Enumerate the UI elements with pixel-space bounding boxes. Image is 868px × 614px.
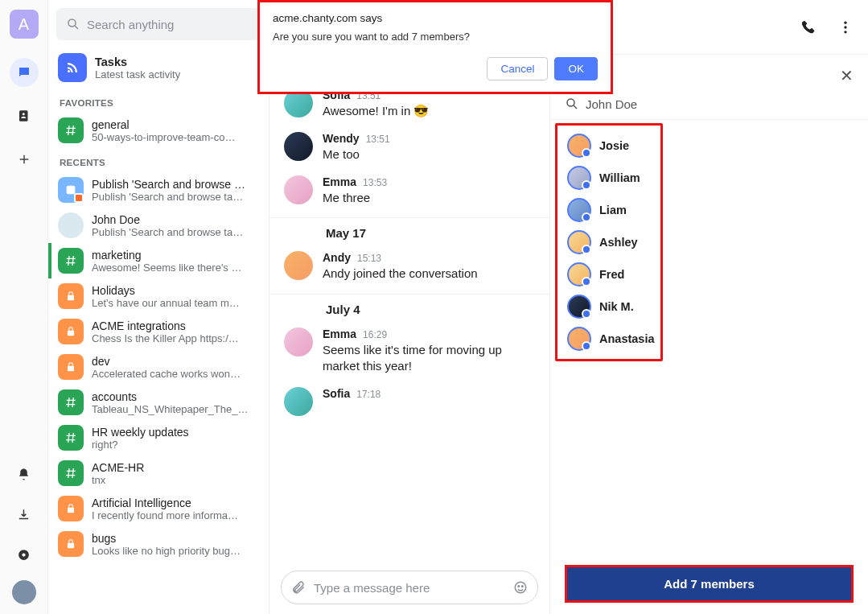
phone-icon[interactable] (800, 19, 817, 35)
item-subtitle: Let's have our annual team m… (92, 297, 259, 309)
member-item[interactable]: Liam (566, 196, 652, 224)
check-icon (582, 245, 591, 254)
member-name: William (599, 171, 640, 184)
svg-rect-9 (68, 366, 74, 371)
sender-name: Sofia (323, 387, 350, 400)
svg-point-1 (22, 113, 24, 115)
chat-message: Wendy13:51Me too (269, 126, 549, 169)
check-icon (582, 277, 591, 286)
message-time: 13:51 (366, 134, 390, 145)
search-input[interactable]: Search anything (56, 8, 261, 40)
member-item[interactable]: Josie (566, 132, 652, 159)
chat-message: Emma16:29Seems like it's time for moving… (269, 321, 549, 381)
member-avatar (567, 262, 591, 286)
member-avatar (567, 134, 591, 158)
recents-header: RECENTS (48, 148, 269, 172)
sidebar-item[interactable]: accountsTableau_NS_Whitepaper_The_… (48, 385, 269, 420)
help-icon[interactable] (10, 540, 39, 569)
message-time: 13:53 (363, 177, 387, 188)
channel-icon (58, 389, 84, 415)
check-icon (582, 148, 591, 158)
chat-message: Sofia17:18 (269, 381, 549, 422)
confirm-dialog: acme.chanty.com says Are you sure you wa… (257, 0, 613, 94)
svg-point-12 (515, 582, 526, 593)
sidebar-item[interactable]: bugsLooks like no high priority bug… (48, 526, 269, 562)
svg-point-17 (844, 31, 846, 33)
tasks-subtitle: Latest task activity (95, 68, 180, 80)
member-avatar (567, 327, 591, 351)
chat-message: Andy15:13Andy joined the conversation (269, 245, 549, 288)
item-title: Artificial Intelligence (92, 497, 259, 509)
more-icon[interactable] (837, 19, 854, 35)
sidebar-item[interactable]: HolidaysLet's have our annual team m… (48, 278, 269, 314)
member-item[interactable]: William (566, 164, 652, 192)
attachment-icon[interactable] (291, 580, 306, 595)
channel-icon (58, 319, 84, 344)
sidebar: Search anything Tasks Latest task activi… (48, 0, 269, 614)
sidebar-item[interactable]: general50-ways-to-improve-team-co… (48, 113, 269, 148)
emoji-icon[interactable] (513, 580, 528, 595)
svg-point-18 (567, 99, 574, 106)
message-avatar (284, 251, 313, 280)
message-time: 15:13 (357, 253, 381, 264)
download-icon[interactable] (10, 500, 39, 529)
cancel-button[interactable]: Cancel (487, 57, 548, 80)
avatar-icon (58, 212, 84, 238)
sidebar-item[interactable]: marketingAwesome! Seems like there's … (48, 243, 269, 278)
close-icon[interactable]: ✕ (840, 66, 854, 85)
sender-name: Wendy (323, 132, 360, 145)
channel-icon (58, 248, 84, 274)
item-title: ACME-HR (92, 461, 259, 474)
item-subtitle: 50-ways-to-improve-team-co… (92, 131, 259, 143)
workspace-avatar[interactable]: A (10, 10, 39, 39)
item-title: John Doe (92, 213, 259, 226)
user-avatar[interactable] (12, 580, 36, 604)
item-title: Holidays (92, 284, 259, 297)
sender-name: Andy (323, 251, 351, 264)
item-subtitle: I recently found more informa… (92, 509, 259, 521)
item-subtitle: Chess Is the Killer App https:/… (92, 332, 259, 344)
channel-icon (58, 283, 84, 309)
svg-point-16 (844, 26, 846, 28)
sidebar-item[interactable]: ACME integrationsChess Is the Killer App… (48, 314, 269, 349)
message-time: 16:29 (363, 329, 387, 340)
channel-icon (58, 425, 84, 451)
message-body: Awesome! I'm in 😎 (323, 103, 535, 119)
svg-rect-8 (68, 331, 74, 336)
tasks-item[interactable]: Tasks Latest task activity (48, 47, 269, 89)
members-list: JosieWilliamLiamAshleyFredNik M.Anastasi… (555, 123, 663, 361)
sidebar-item[interactable]: Publish 'Search and browse …Publish 'Sea… (48, 172, 269, 208)
channel-icon (58, 117, 84, 143)
message-body: Seems like it's time for moving up marke… (323, 342, 535, 375)
member-item[interactable]: Ashley (566, 229, 652, 256)
sidebar-item[interactable]: John DoePublish 'Search and browse ta… (48, 208, 269, 243)
lock-badge (74, 193, 84, 203)
messages-icon[interactable] (10, 58, 39, 87)
item-subtitle: Publish 'Search and browse ta… (92, 191, 259, 203)
member-item[interactable]: Fred (566, 261, 652, 288)
sidebar-item[interactable]: Artificial IntelligenceI recently found … (48, 491, 269, 526)
svg-point-13 (518, 586, 520, 587)
search-icon (66, 17, 80, 31)
dialog-title: acme.chanty.com says (273, 12, 598, 24)
left-nav: A (0, 0, 48, 614)
sender-name: Emma (323, 328, 356, 340)
item-subtitle: Publish 'Search and browse ta… (92, 226, 259, 238)
member-avatar (567, 295, 591, 319)
add-members-button[interactable]: Add 7 members (567, 567, 851, 600)
bell-icon[interactable] (10, 459, 39, 488)
item-title: marketing (92, 249, 259, 262)
svg-rect-6 (67, 186, 76, 195)
message-composer[interactable]: Type a message here (281, 571, 538, 604)
sidebar-item[interactable]: HR weekly updatesright? (48, 420, 269, 455)
item-title: accounts (92, 390, 259, 403)
member-item[interactable]: Nik M. (566, 293, 652, 320)
ok-button[interactable]: OK (554, 57, 598, 80)
add-icon[interactable] (10, 145, 39, 174)
sidebar-item[interactable]: devAccelerated cache works won… (48, 349, 269, 385)
member-item[interactable]: Anastasia (566, 325, 652, 352)
sidebar-item[interactable]: ACME-HRtnx (48, 455, 269, 491)
member-name: Nik M. (599, 300, 634, 313)
member-search[interactable]: John Doe (550, 90, 868, 120)
contacts-icon[interactable] (10, 101, 39, 130)
